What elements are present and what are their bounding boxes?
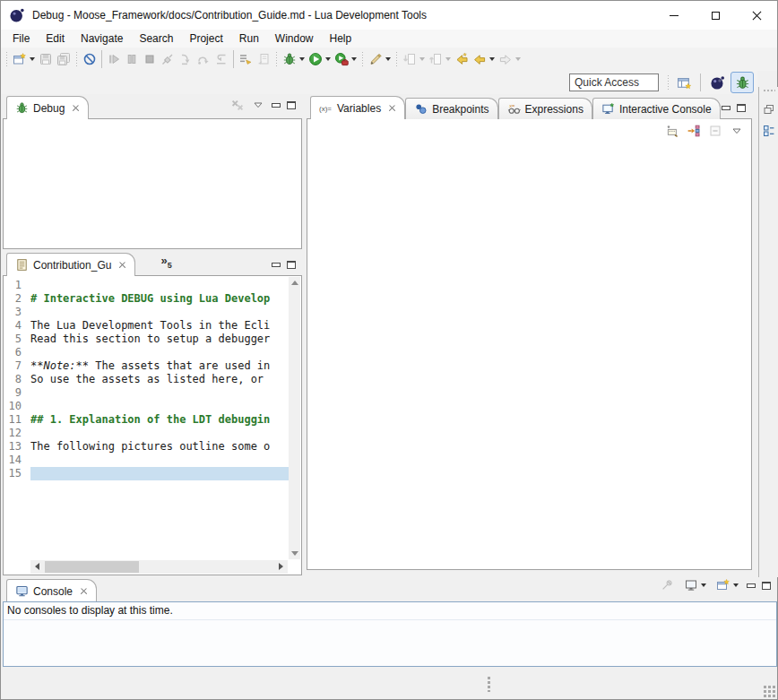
line-number[interactable]: 6: [4, 346, 30, 359]
dropdown-arrow-icon[interactable]: [351, 57, 357, 61]
code-area[interactable]: 12# Interactive DEBUG using Lua Develop3…: [4, 276, 289, 560]
code-line-12[interactable]: 12: [4, 427, 289, 440]
minimize-view-icon[interactable]: [272, 263, 281, 267]
open-perspective-button[interactable]: [672, 72, 696, 93]
code-line-6[interactable]: 6: [4, 346, 289, 359]
code-line-3[interactable]: 3: [4, 306, 289, 319]
menu-edit[interactable]: Edit: [38, 30, 73, 47]
dropdown-arrow-icon[interactable]: [489, 57, 495, 61]
menu-file[interactable]: File: [4, 30, 38, 47]
toolbar-drag-handle[interactable]: [5, 51, 8, 67]
tab-expressions[interactable]: x=Expressions: [498, 98, 592, 119]
tab-console[interactable]: Console: [6, 579, 97, 602]
code-line-14[interactable]: 14: [4, 454, 289, 467]
line-number[interactable]: 4: [4, 319, 30, 333]
code-line-15[interactable]: 15: [4, 467, 289, 480]
toolbar-drag-handle[interactable]: [395, 51, 398, 67]
show-logical-structures-icon[interactable]: [687, 124, 701, 138]
menu-navigate[interactable]: Navigate: [73, 30, 131, 47]
tab-breakpoints[interactable]: Breakpoints: [405, 98, 497, 119]
code-line-1[interactable]: 1: [4, 279, 289, 292]
debug-perspective-button[interactable]: [730, 72, 754, 93]
marker-pen-button[interactable]: [367, 49, 393, 69]
dropdown-arrow-icon[interactable]: [325, 57, 331, 61]
use-step-filters-button[interactable]: [237, 49, 255, 69]
line-number[interactable]: 9: [4, 386, 30, 400]
line-number[interactable]: 10: [4, 400, 30, 413]
code-line-13[interactable]: 13The following pictures outline some o: [4, 440, 289, 454]
run-button[interactable]: [307, 49, 333, 69]
console-content[interactable]: No consoles to display at this time.: [3, 601, 777, 667]
scroll-left-icon[interactable]: [35, 563, 39, 570]
dropdown-arrow-icon[interactable]: [385, 57, 391, 61]
menu-project[interactable]: Project: [181, 30, 230, 47]
code-line-4[interactable]: 4The Lua Development Tools in the Ecli: [4, 319, 289, 333]
code-line-9[interactable]: 9: [4, 386, 289, 400]
rail-drag-handle[interactable]: [763, 89, 775, 94]
menu-search[interactable]: Search: [131, 30, 181, 47]
toolbar-drag-handle[interactable]: [75, 51, 78, 67]
hidden-tabs-chevron[interactable]: » 5: [160, 256, 171, 270]
last-edit-location-button[interactable]: [453, 49, 471, 69]
line-number[interactable]: 1: [4, 279, 30, 292]
line-number[interactable]: 7: [4, 359, 30, 373]
window-maximize-button[interactable]: [695, 1, 736, 30]
line-number[interactable]: 2: [4, 292, 30, 306]
code-line-8[interactable]: 8So use the assets as listed here, or: [4, 373, 289, 386]
dropdown-arrow-icon[interactable]: [299, 57, 305, 61]
scroll-up-icon[interactable]: [291, 281, 298, 285]
new-wizard-button[interactable]: [11, 49, 37, 69]
code-line-10[interactable]: 10: [4, 400, 289, 413]
code-line-7[interactable]: 7**Note:** The assets that are used in: [4, 359, 289, 373]
maximize-view-icon[interactable]: [287, 101, 296, 109]
toolbar-drag-handle[interactable]: [275, 51, 278, 67]
scroll-right-icon[interactable]: [279, 563, 283, 570]
toolbar-drag-handle[interactable]: [361, 51, 364, 67]
view-menu-icon[interactable]: [730, 124, 744, 138]
line-number[interactable]: 3: [4, 306, 30, 319]
window-minimize-button[interactable]: [653, 1, 695, 30]
scrollbar-thumb[interactable]: [45, 561, 139, 573]
variables-content[interactable]: [307, 143, 752, 570]
dropdown-arrow-icon[interactable]: [701, 583, 706, 587]
line-number[interactable]: 5: [4, 333, 30, 346]
show-constants-icon[interactable]: [665, 124, 679, 138]
line-number[interactable]: 12: [4, 427, 30, 440]
scroll-down-icon[interactable]: [291, 551, 298, 556]
code-line-5[interactable]: 5Read this section to setup a debugger: [4, 333, 289, 346]
code-line-11[interactable]: 11## 1. Explanation of the LDT debuggin: [4, 413, 289, 427]
menu-help[interactable]: Help: [322, 30, 360, 47]
toolbar-drag-handle[interactable]: [667, 74, 670, 91]
tab-variables[interactable]: (x)=Variables: [310, 96, 405, 119]
minimize-view-icon[interactable]: [722, 106, 730, 110]
maximize-view-icon[interactable]: [287, 261, 296, 269]
tab-debug[interactable]: Debug: [6, 96, 89, 119]
tab-interactive-console[interactable]: Interactive Console: [592, 98, 721, 119]
external-tools-button[interactable]: [333, 49, 359, 69]
menu-run[interactable]: Run: [231, 30, 267, 47]
tab-close-icon[interactable]: [118, 261, 126, 269]
lua-perspective-button[interactable]: [705, 72, 729, 93]
code-line-2[interactable]: 2# Interactive DEBUG using Lua Develop: [4, 292, 289, 306]
debug-button[interactable]: [281, 49, 307, 69]
menu-window[interactable]: Window: [267, 30, 322, 47]
line-number[interactable]: 8: [4, 373, 30, 386]
window-close-button[interactable]: [736, 1, 777, 30]
tab-close-icon[interactable]: [80, 587, 88, 595]
line-number[interactable]: 11: [4, 413, 30, 427]
tab-close-icon[interactable]: [388, 104, 396, 112]
restore-view-button[interactable]: [759, 99, 778, 121]
maximize-view-icon[interactable]: [762, 582, 771, 590]
tab-close-icon[interactable]: [72, 104, 80, 112]
line-number[interactable]: 13: [4, 440, 30, 454]
dropdown-arrow-icon[interactable]: [733, 583, 739, 587]
display-selected-console-button[interactable]: [682, 575, 708, 595]
debug-view-content[interactable]: [3, 119, 302, 249]
sash-drag-handle[interactable]: [487, 676, 491, 692]
quick-access-input[interactable]: Quick Access: [569, 73, 659, 91]
dropdown-arrow-icon[interactable]: [30, 57, 35, 61]
skip-all-breakpoints-button[interactable]: [81, 49, 99, 69]
tab-contribution-guide[interactable]: Contribution_Gu: [6, 253, 135, 276]
editor-vertical-scrollbar[interactable]: [289, 277, 300, 559]
back-button[interactable]: [471, 49, 497, 69]
